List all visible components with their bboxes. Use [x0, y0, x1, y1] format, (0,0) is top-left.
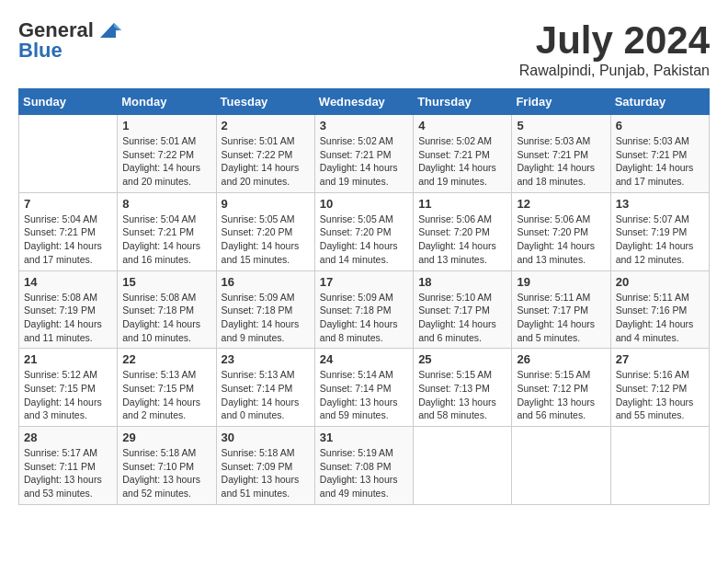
- calendar-cell: 5Sunrise: 5:03 AM Sunset: 7:21 PM Daylig…: [512, 115, 610, 193]
- day-info: Sunrise: 5:10 AM Sunset: 7:17 PM Dayligh…: [418, 291, 506, 345]
- calendar-cell: 19Sunrise: 5:11 AM Sunset: 7:17 PM Dayli…: [512, 270, 610, 349]
- header-cell-wednesday: Wednesday: [314, 89, 413, 115]
- calendar-cell: 6Sunrise: 5:03 AM Sunset: 7:21 PM Daylig…: [610, 115, 709, 193]
- day-number: 30: [222, 431, 310, 444]
- day-info: Sunrise: 5:08 AM Sunset: 7:19 PM Dayligh…: [24, 291, 112, 345]
- calendar-cell: 17Sunrise: 5:09 AM Sunset: 7:18 PM Dayli…: [314, 270, 413, 349]
- calendar-cell: 31Sunrise: 5:19 AM Sunset: 7:08 PM Dayli…: [314, 427, 413, 505]
- day-number: 25: [418, 352, 506, 366]
- day-info: Sunrise: 5:05 AM Sunset: 7:20 PM Dayligh…: [320, 213, 408, 267]
- calendar-cell: 25Sunrise: 5:15 AM Sunset: 7:13 PM Dayli…: [414, 349, 512, 427]
- week-row-2: 14Sunrise: 5:08 AM Sunset: 7:19 PM Dayli…: [19, 270, 710, 349]
- day-number: 15: [122, 275, 210, 289]
- day-number: 31: [320, 431, 408, 444]
- calendar-cell: [610, 427, 709, 505]
- calendar-cell: 13Sunrise: 5:07 AM Sunset: 7:19 PM Dayli…: [610, 192, 709, 270]
- day-info: Sunrise: 5:15 AM Sunset: 7:12 PM Dayligh…: [517, 368, 605, 422]
- day-info: Sunrise: 5:11 AM Sunset: 7:16 PM Dayligh…: [616, 291, 704, 345]
- calendar-cell: 12Sunrise: 5:06 AM Sunset: 7:20 PM Dayli…: [512, 192, 610, 270]
- day-number: 3: [320, 119, 408, 132]
- header-cell-saturday: Saturday: [610, 89, 709, 115]
- header-cell-thursday: Thursday: [414, 89, 512, 115]
- header-cell-friday: Friday: [512, 89, 610, 115]
- month-title: July 2024: [519, 18, 710, 63]
- day-number: 8: [122, 197, 210, 211]
- calendar-cell: 21Sunrise: 5:12 AM Sunset: 7:15 PM Dayli…: [19, 349, 118, 427]
- calendar-cell: 2Sunrise: 5:01 AM Sunset: 7:22 PM Daylig…: [216, 115, 314, 193]
- header-cell-sunday: Sunday: [19, 89, 118, 115]
- calendar-cell: 9Sunrise: 5:05 AM Sunset: 7:20 PM Daylig…: [216, 192, 314, 270]
- day-info: Sunrise: 5:01 AM Sunset: 7:22 PM Dayligh…: [222, 134, 310, 189]
- day-info: Sunrise: 5:15 AM Sunset: 7:13 PM Dayligh…: [418, 368, 506, 422]
- week-row-3: 21Sunrise: 5:12 AM Sunset: 7:15 PM Dayli…: [19, 349, 710, 427]
- header-cell-tuesday: Tuesday: [216, 89, 314, 115]
- calendar-cell: [19, 115, 118, 193]
- day-number: 16: [222, 275, 310, 289]
- day-info: Sunrise: 5:04 AM Sunset: 7:21 PM Dayligh…: [122, 213, 210, 267]
- calendar-cell: 28Sunrise: 5:17 AM Sunset: 7:11 PM Dayli…: [19, 427, 118, 505]
- logo: General Blue: [18, 18, 123, 63]
- day-number: 1: [122, 119, 210, 132]
- day-info: Sunrise: 5:01 AM Sunset: 7:22 PM Dayligh…: [122, 134, 210, 189]
- day-number: 27: [616, 352, 704, 366]
- calendar-cell: [414, 427, 512, 505]
- day-info: Sunrise: 5:16 AM Sunset: 7:12 PM Dayligh…: [616, 368, 704, 422]
- calendar-header: SundayMondayTuesdayWednesdayThursdayFrid…: [19, 89, 710, 115]
- day-number: 7: [24, 197, 112, 211]
- week-row-4: 28Sunrise: 5:17 AM Sunset: 7:11 PM Dayli…: [19, 427, 710, 505]
- day-number: 23: [222, 352, 310, 366]
- day-info: Sunrise: 5:19 AM Sunset: 7:08 PM Dayligh…: [320, 446, 408, 500]
- day-number: 10: [320, 197, 408, 211]
- day-info: Sunrise: 5:03 AM Sunset: 7:21 PM Dayligh…: [517, 134, 605, 189]
- day-info: Sunrise: 5:18 AM Sunset: 7:10 PM Dayligh…: [122, 446, 210, 500]
- day-info: Sunrise: 5:04 AM Sunset: 7:21 PM Dayligh…: [24, 213, 112, 267]
- day-info: Sunrise: 5:06 AM Sunset: 7:20 PM Dayligh…: [418, 213, 506, 267]
- calendar-table: SundayMondayTuesdayWednesdayThursdayFrid…: [18, 88, 710, 505]
- day-number: 22: [122, 352, 210, 366]
- calendar-cell: 14Sunrise: 5:08 AM Sunset: 7:19 PM Dayli…: [19, 270, 118, 349]
- day-number: 12: [517, 197, 605, 211]
- logo-icon: [96, 21, 123, 40]
- day-number: 21: [24, 352, 112, 366]
- calendar-cell: 23Sunrise: 5:13 AM Sunset: 7:14 PM Dayli…: [216, 349, 314, 427]
- day-number: 24: [320, 352, 408, 366]
- day-number: 29: [122, 431, 210, 444]
- title-area: July 2024 Rawalpindi, Punjab, Pakistan: [519, 18, 710, 79]
- calendar-cell: 24Sunrise: 5:14 AM Sunset: 7:14 PM Dayli…: [314, 349, 413, 427]
- day-info: Sunrise: 5:14 AM Sunset: 7:14 PM Dayligh…: [320, 368, 408, 422]
- day-info: Sunrise: 5:06 AM Sunset: 7:20 PM Dayligh…: [517, 213, 605, 267]
- header-cell-monday: Monday: [118, 89, 216, 115]
- day-info: Sunrise: 5:08 AM Sunset: 7:18 PM Dayligh…: [122, 291, 210, 345]
- calendar-cell: 27Sunrise: 5:16 AM Sunset: 7:12 PM Dayli…: [610, 349, 709, 427]
- calendar-cell: 30Sunrise: 5:18 AM Sunset: 7:09 PM Dayli…: [216, 427, 314, 505]
- day-number: 6: [616, 119, 704, 132]
- calendar-cell: 20Sunrise: 5:11 AM Sunset: 7:16 PM Dayli…: [610, 270, 709, 349]
- svg-marker-0: [100, 23, 121, 38]
- day-info: Sunrise: 5:09 AM Sunset: 7:18 PM Dayligh…: [320, 291, 408, 345]
- calendar-cell: 4Sunrise: 5:02 AM Sunset: 7:21 PM Daylig…: [414, 115, 512, 193]
- day-info: Sunrise: 5:13 AM Sunset: 7:15 PM Dayligh…: [122, 368, 210, 422]
- day-number: 20: [616, 275, 704, 289]
- day-number: 26: [517, 352, 605, 366]
- day-info: Sunrise: 5:11 AM Sunset: 7:17 PM Dayligh…: [517, 291, 605, 345]
- calendar-cell: 15Sunrise: 5:08 AM Sunset: 7:18 PM Dayli…: [118, 270, 216, 349]
- logo-blue-text: Blue: [18, 39, 63, 63]
- day-number: 9: [222, 197, 310, 211]
- day-info: Sunrise: 5:07 AM Sunset: 7:19 PM Dayligh…: [616, 213, 704, 267]
- week-row-0: 1Sunrise: 5:01 AM Sunset: 7:22 PM Daylig…: [19, 115, 710, 193]
- day-info: Sunrise: 5:05 AM Sunset: 7:20 PM Dayligh…: [222, 213, 310, 267]
- calendar-cell: 1Sunrise: 5:01 AM Sunset: 7:22 PM Daylig…: [118, 115, 216, 193]
- location-title: Rawalpindi, Punjab, Pakistan: [519, 63, 710, 79]
- day-info: Sunrise: 5:02 AM Sunset: 7:21 PM Dayligh…: [320, 134, 408, 189]
- day-info: Sunrise: 5:12 AM Sunset: 7:15 PM Dayligh…: [24, 368, 112, 422]
- calendar-cell: 3Sunrise: 5:02 AM Sunset: 7:21 PM Daylig…: [314, 115, 413, 193]
- day-number: 11: [418, 197, 506, 211]
- day-info: Sunrise: 5:17 AM Sunset: 7:11 PM Dayligh…: [24, 446, 112, 500]
- calendar-cell: 22Sunrise: 5:13 AM Sunset: 7:15 PM Dayli…: [118, 349, 216, 427]
- day-number: 18: [418, 275, 506, 289]
- day-info: Sunrise: 5:03 AM Sunset: 7:21 PM Dayligh…: [616, 134, 704, 189]
- calendar-cell: 8Sunrise: 5:04 AM Sunset: 7:21 PM Daylig…: [118, 192, 216, 270]
- day-number: 2: [222, 119, 310, 132]
- day-number: 13: [616, 197, 704, 211]
- day-info: Sunrise: 5:13 AM Sunset: 7:14 PM Dayligh…: [222, 368, 310, 422]
